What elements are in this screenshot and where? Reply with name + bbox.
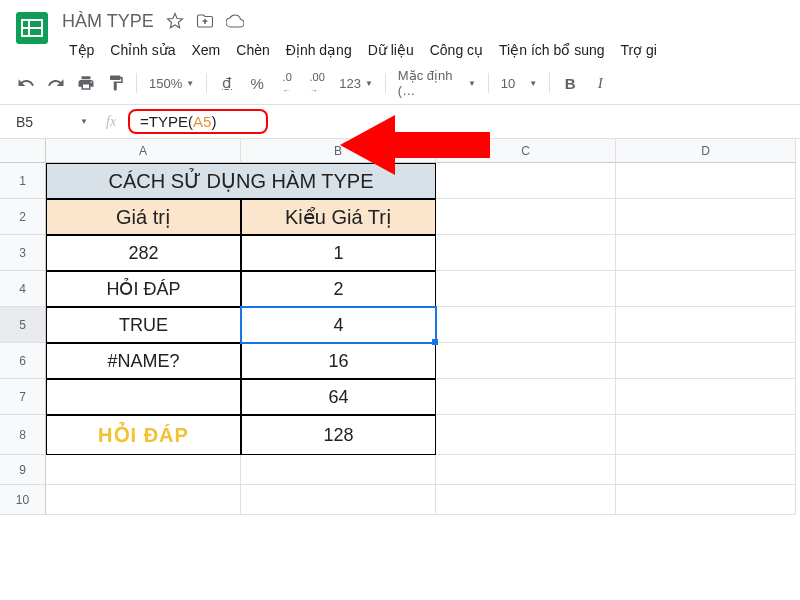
cell-header-a[interactable]: Giá trị bbox=[46, 199, 241, 235]
menu-view[interactable]: Xem bbox=[185, 38, 228, 62]
cell-selected[interactable]: 4 bbox=[241, 307, 436, 343]
bold-button[interactable]: B bbox=[556, 69, 584, 97]
app-header: HÀM TYPE Tệp Chỉnh sửa Xem Chèn Định dạn… bbox=[0, 0, 800, 62]
row-header[interactable]: 4 bbox=[0, 271, 46, 307]
row-header[interactable]: 3 bbox=[0, 235, 46, 271]
cell[interactable] bbox=[241, 455, 436, 485]
print-button[interactable] bbox=[72, 69, 100, 97]
row-header[interactable]: 2 bbox=[0, 199, 46, 235]
cell[interactable] bbox=[436, 199, 616, 235]
menu-insert[interactable]: Chèn bbox=[229, 38, 276, 62]
star-icon[interactable] bbox=[166, 12, 184, 30]
cell[interactable]: HỎI ĐÁP bbox=[46, 271, 241, 307]
paint-format-button[interactable] bbox=[102, 69, 130, 97]
cell[interactable]: 282 bbox=[46, 235, 241, 271]
cell[interactable]: 2 bbox=[241, 271, 436, 307]
cell[interactable]: TRUE bbox=[46, 307, 241, 343]
spreadsheet-grid[interactable]: A B C D 1 CÁCH SỬ DỤNG HÀM TYPE 2 Giá tr… bbox=[0, 139, 800, 515]
cell[interactable] bbox=[616, 307, 796, 343]
menu-edit[interactable]: Chỉnh sửa bbox=[103, 38, 182, 62]
callout-arrow-icon bbox=[340, 110, 490, 180]
cell[interactable]: 1 bbox=[241, 235, 436, 271]
undo-button[interactable] bbox=[12, 69, 40, 97]
cell[interactable] bbox=[616, 379, 796, 415]
cell[interactable] bbox=[436, 485, 616, 515]
redo-button[interactable] bbox=[42, 69, 70, 97]
zoom-dropdown[interactable]: 150%▼ bbox=[143, 76, 200, 91]
cell[interactable] bbox=[616, 199, 796, 235]
cell[interactable] bbox=[46, 455, 241, 485]
cell[interactable] bbox=[436, 235, 616, 271]
menu-addons[interactable]: Tiện ích bổ sung bbox=[492, 38, 611, 62]
cell[interactable] bbox=[616, 343, 796, 379]
cell[interactable] bbox=[46, 379, 241, 415]
doc-title[interactable]: HÀM TYPE bbox=[62, 11, 154, 32]
menu-data[interactable]: Dữ liệu bbox=[361, 38, 421, 62]
row-header[interactable]: 8 bbox=[0, 415, 46, 455]
cloud-status-icon[interactable] bbox=[226, 12, 244, 30]
name-box[interactable]: B5 ▼ bbox=[12, 112, 92, 132]
decrease-decimal-button[interactable]: .0← bbox=[273, 69, 301, 97]
cell[interactable] bbox=[616, 455, 796, 485]
currency-button[interactable]: ₫ bbox=[213, 69, 241, 97]
row-header[interactable]: 1 bbox=[0, 163, 46, 199]
cell[interactable]: #NAME? bbox=[46, 343, 241, 379]
row-header[interactable]: 10 bbox=[0, 485, 46, 515]
logo-text: HỎI ĐÁP bbox=[98, 423, 189, 447]
row-header[interactable]: 7 bbox=[0, 379, 46, 415]
svg-marker-4 bbox=[340, 115, 490, 175]
cell-logo[interactable]: HỎI ĐÁP bbox=[46, 415, 241, 455]
col-header-d[interactable]: D bbox=[616, 139, 796, 163]
cell[interactable] bbox=[436, 307, 616, 343]
cell[interactable] bbox=[436, 455, 616, 485]
cell[interactable] bbox=[616, 163, 796, 199]
cell[interactable] bbox=[436, 379, 616, 415]
percent-button[interactable]: % bbox=[243, 69, 271, 97]
sheets-logo[interactable] bbox=[12, 8, 52, 48]
move-folder-icon[interactable] bbox=[196, 12, 214, 30]
menu-help[interactable]: Trợ gi bbox=[614, 38, 664, 62]
increase-decimal-button[interactable]: .00→ bbox=[303, 69, 331, 97]
cell[interactable] bbox=[616, 485, 796, 515]
cell[interactable] bbox=[436, 271, 616, 307]
cell-header-b[interactable]: Kiểu Giá Trị bbox=[241, 199, 436, 235]
row-header[interactable]: 5 bbox=[0, 307, 46, 343]
font-size-dropdown[interactable]: 10▼ bbox=[495, 76, 543, 91]
toolbar: 150%▼ ₫ % .0← .00→ 123▼ Mặc định (…▼ 10▼… bbox=[0, 62, 800, 105]
cell[interactable] bbox=[436, 343, 616, 379]
menu-tools[interactable]: Công cụ bbox=[423, 38, 490, 62]
cell[interactable] bbox=[616, 271, 796, 307]
format-dropdown[interactable]: 123▼ bbox=[333, 76, 379, 91]
cell[interactable] bbox=[46, 485, 241, 515]
menu-bar: Tệp Chỉnh sửa Xem Chèn Định dạng Dữ liệu… bbox=[62, 38, 788, 62]
cell[interactable] bbox=[241, 485, 436, 515]
row-header[interactable]: 9 bbox=[0, 455, 46, 485]
cell[interactable]: 128 bbox=[241, 415, 436, 455]
cell[interactable] bbox=[616, 235, 796, 271]
fx-icon: fx bbox=[106, 114, 116, 130]
cell[interactable]: 16 bbox=[241, 343, 436, 379]
font-dropdown[interactable]: Mặc định (…▼ bbox=[392, 68, 482, 98]
menu-format[interactable]: Định dạng bbox=[279, 38, 359, 62]
italic-button[interactable]: I bbox=[586, 69, 614, 97]
cell[interactable] bbox=[616, 415, 796, 455]
col-header-a[interactable]: A bbox=[46, 139, 241, 163]
cell[interactable] bbox=[436, 415, 616, 455]
select-all-corner[interactable] bbox=[0, 139, 46, 163]
menu-file[interactable]: Tệp bbox=[62, 38, 101, 62]
row-header[interactable]: 6 bbox=[0, 343, 46, 379]
cell[interactable]: 64 bbox=[241, 379, 436, 415]
